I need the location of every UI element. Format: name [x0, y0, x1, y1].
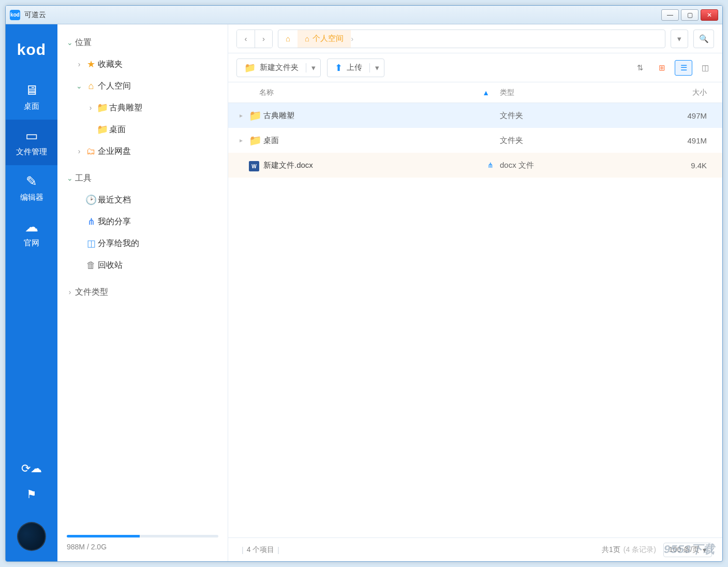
table-row[interactable]: ▸ W 新建文件.docx ⋔ docx 文件 9.4K	[228, 153, 722, 178]
quota: 988M / 2.0G	[57, 528, 228, 561]
minimize-button[interactable]: —	[661, 9, 679, 21]
cloud-folder-icon: 🗂	[84, 146, 98, 157]
tree-section-tools[interactable]: ⌄ 工具	[63, 167, 222, 189]
monitor-icon: 🖥	[25, 82, 38, 98]
star-icon: ★	[84, 59, 98, 70]
tree-enterprise[interactable]: › 🗂 企业网盘	[63, 140, 222, 162]
folder-icon: 📁	[249, 134, 263, 147]
chevron-right-icon: ›	[85, 104, 96, 112]
search-icon: 🔍	[699, 34, 709, 43]
rail-label: 编辑器	[20, 193, 43, 202]
logo: kod	[17, 41, 46, 59]
search-button[interactable]: 🔍	[693, 30, 714, 48]
status-records: (4 条记录)	[623, 545, 656, 555]
tree-item[interactable]: › 📁 古典雕塑	[63, 97, 222, 119]
col-type[interactable]: 类型	[500, 88, 660, 97]
nav-rail: kod 🖥 桌面 ▭ 文件管理 ✎ 编辑器 ☁ 官网 ⟳☁ ⚑	[6, 24, 57, 561]
upload-button[interactable]: ⬆上传 ▾	[327, 59, 384, 77]
breadcrumb: ⌂ ⌂ 个人空间 ›	[278, 30, 665, 48]
home-icon: ⌂	[286, 34, 290, 43]
breadcrumb-current[interactable]: ⌂ 个人空间	[298, 30, 351, 48]
table-row[interactable]: ▸ 📁 古典雕塑 文件夹 497M	[228, 103, 722, 128]
clock-icon: 🕑	[84, 194, 98, 206]
rail-item-files[interactable]: ▭ 文件管理	[6, 120, 57, 165]
sort-asc-icon: ▲	[482, 89, 489, 97]
share-icon: ⋔	[487, 161, 494, 169]
quota-bar	[67, 535, 218, 537]
maximize-button[interactable]: ▢	[681, 9, 699, 21]
pathbar: ‹ › ⌂ ⌂ 个人空间 › ▾ 🔍	[228, 24, 722, 53]
status-items: 4 个项目	[247, 545, 275, 555]
app-window: kod 可道云 — ▢ ✕ kod 🖥 桌面 ▭ 文件管理 ✎ 编辑器 ☁	[5, 5, 723, 562]
chevron-down-icon[interactable]: ▾	[306, 63, 320, 72]
statusbar: | 4 个项目 | 共1页 (4 条记录) 100 条/页 ▾	[228, 537, 722, 561]
docx-icon: W	[249, 159, 263, 172]
tree-favorites[interactable]: › ★ 收藏夹	[63, 53, 222, 75]
nav-back-button[interactable]: ‹	[237, 30, 255, 48]
status-pages: 共1页	[602, 545, 620, 555]
chevron-down-icon: ⌄	[65, 174, 75, 182]
rail-item-website[interactable]: ☁ 官网	[6, 211, 57, 256]
tree-item[interactable]: › 📁 桌面	[63, 119, 222, 140]
address-dropdown[interactable]: ▾	[671, 30, 688, 48]
rail-label: 官网	[24, 238, 39, 248]
edit-icon: ✎	[26, 173, 37, 190]
chevron-right-icon: ›	[74, 147, 84, 155]
pagesize-select[interactable]: 100 条/页 ▾	[663, 543, 712, 557]
col-size[interactable]: 大小	[660, 88, 717, 97]
sync-icon[interactable]: ⟳☁	[21, 462, 42, 475]
view-column-button[interactable]: ◫	[696, 60, 714, 76]
tree-personal-space[interactable]: ⌄ ⌂ 个人空间	[63, 75, 222, 97]
view-grid-button[interactable]: ⊞	[653, 60, 671, 76]
breadcrumb-home[interactable]: ⌂	[278, 30, 298, 48]
tree-section-location[interactable]: ⌄ 位置	[63, 32, 222, 53]
chevron-right-icon: ›	[74, 60, 84, 68]
titlebar[interactable]: kod 可道云 — ▢ ✕	[6, 6, 722, 24]
folder-icon: 📁	[249, 109, 263, 122]
chevron-down-icon: ⌄	[65, 38, 75, 47]
tree-recent[interactable]: · 🕑 最近文档	[63, 189, 222, 211]
cloud-icon: ☁	[25, 219, 38, 235]
rail-item-desktop[interactable]: 🖥 桌面	[6, 74, 57, 120]
sort-button[interactable]: ⇅	[631, 60, 649, 76]
rail-item-editor[interactable]: ✎ 编辑器	[6, 165, 57, 211]
tree-panel: ⌄ 位置 › ★ 收藏夹 ⌄ ⌂ 个人空间 › 📁 古典雕塑	[57, 24, 228, 561]
folder-icon: 📁	[244, 62, 256, 74]
rail-label: 文件管理	[16, 147, 47, 157]
upload-icon: ⬆	[335, 62, 343, 74]
folder-icon: 📁	[96, 102, 109, 113]
file-rows: ▸ 📁 古典雕塑 文件夹 497M ▸ 📁 桌面 文件夹 491M ▸ W 新建…	[228, 103, 722, 537]
chevron-right-icon: ›	[351, 34, 357, 43]
tree-section-filetype[interactable]: › 文件类型	[63, 281, 222, 303]
col-name[interactable]: 名称 ▲	[233, 88, 500, 97]
app-icon: kod	[10, 10, 20, 20]
new-folder-button[interactable]: 📁新建文件夹 ▾	[236, 59, 321, 77]
expand-icon[interactable]: ▸	[233, 112, 249, 119]
expand-icon[interactable]: ▸	[233, 137, 249, 144]
chevron-down-icon: ⌄	[74, 82, 84, 90]
nav-forward-button[interactable]: ›	[255, 30, 272, 48]
home-icon: ⌂	[305, 34, 309, 43]
chevron-right-icon: ›	[65, 288, 75, 296]
trash-icon: 🗑	[84, 260, 98, 271]
avatar[interactable]	[17, 522, 46, 551]
quota-text: 988M / 2.0G	[67, 543, 218, 551]
share-icon: ⋔	[84, 216, 98, 227]
rail-label: 桌面	[24, 101, 39, 111]
tree-myshare[interactable]: · ⋔ 我的分享	[63, 211, 222, 232]
view-list-button[interactable]: ☰	[675, 60, 692, 76]
chevron-down-icon: ▾	[703, 546, 706, 554]
table-row[interactable]: ▸ 📁 桌面 文件夹 491M	[228, 128, 722, 153]
home-icon: ⌂	[84, 81, 98, 92]
window-title: 可道云	[24, 10, 46, 20]
folder-icon: ▭	[25, 128, 38, 144]
close-button[interactable]: ✕	[701, 9, 718, 21]
chevron-down-icon[interactable]: ▾	[369, 63, 384, 72]
folder-icon: 📁	[96, 124, 109, 135]
tree-sharedtome[interactable]: · ◫ 分享给我的	[63, 232, 222, 254]
toolbar: 📁新建文件夹 ▾ ⬆上传 ▾ ⇅ ⊞ ☰ ◫	[228, 53, 722, 82]
main-panel: ‹ › ⌂ ⌂ 个人空间 › ▾ 🔍	[228, 24, 722, 561]
flag-icon[interactable]: ⚑	[26, 488, 37, 501]
tree-trash[interactable]: · 🗑 回收站	[63, 254, 222, 276]
table-header: 名称 ▲ 类型 大小	[228, 82, 722, 103]
